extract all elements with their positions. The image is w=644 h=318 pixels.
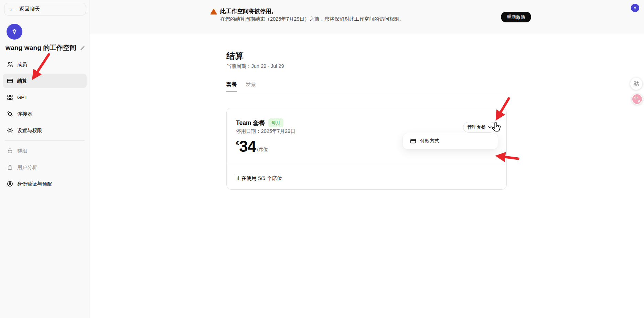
menu-item-payment-method[interactable]: 付款方式 — [403, 133, 498, 149]
sidebar-item-connectors[interactable]: 连接器 — [3, 107, 87, 121]
warning-triangle-icon — [210, 9, 217, 15]
deactivation-banner: 此工作空间将被停用。 在您的结算周期结束（2025年7月29日）之前，您将保留对… — [89, 0, 644, 34]
sidebar-item-members[interactable]: 成员 — [3, 57, 87, 72]
workspace-name: wang wang 的工作空间 — [6, 43, 76, 52]
sidebar-item-label: 连接器 — [17, 111, 32, 117]
sidebar-item-identity-provisioning[interactable]: 身份验证与预配 — [3, 177, 87, 191]
sidebar-item-billing[interactable]: 结算 — [3, 74, 87, 88]
banner-subtitle: 在您的结算周期结束（2025年7月29日）之前，您将保留对此工作空间的访问权限。 — [220, 16, 404, 22]
sidebar-item-user-analytics[interactable]: 用户分析 — [3, 160, 87, 174]
plan-price: € 34 /席位 — [236, 138, 268, 154]
sidebar-item-label: 成员 — [17, 61, 27, 68]
card-divider — [227, 165, 506, 165]
grid-plus-icon — [633, 81, 639, 87]
price-amount: 34 — [239, 138, 256, 154]
page-title: 结算 — [226, 50, 244, 62]
manage-plan-button[interactable]: 管理套餐 — [463, 122, 496, 132]
sidebar-item-label: 设置与权限 — [17, 127, 42, 134]
seats-usage: 正在使用 5/5 个席位 — [236, 175, 282, 182]
sidebar-item-gpt[interactable]: GPT — [3, 90, 87, 105]
edit-pencil-icon[interactable] — [80, 45, 85, 51]
tab-plan[interactable]: 套餐 — [226, 81, 237, 92]
menu-item-label: 付款方式 — [420, 138, 439, 144]
credit-card-icon — [410, 138, 416, 144]
gear-icon — [7, 127, 13, 134]
workspace-mini-logo-icon[interactable] — [631, 4, 639, 12]
lock-icon — [7, 148, 13, 154]
plan-name: Team 套餐 — [236, 119, 265, 127]
sidebar-item-label: GPT — [17, 95, 28, 100]
reactivate-button[interactable]: 重新激活 — [501, 12, 531, 22]
sidebar-divider — [5, 140, 85, 141]
sidebar-item-settings-permissions[interactable]: 设置与权限 — [3, 123, 87, 138]
tab-invoices[interactable]: 发票 — [246, 81, 256, 92]
price-unit: /席位 — [257, 147, 268, 153]
grid-icon — [7, 94, 13, 100]
manage-plan-dropdown: 付款方式 — [402, 133, 498, 149]
back-to-chat-button[interactable]: ← 返回聊天 — [4, 3, 86, 15]
sidebar-nav: 成员 结算 GPT — [3, 57, 87, 193]
workspace-logo — [7, 24, 22, 40]
translate-icon: 中A — [632, 94, 642, 104]
manage-plan-label: 管理套餐 — [467, 124, 486, 130]
id-badge-icon — [7, 181, 13, 187]
banner-title: 此工作空间将被停用。 — [220, 8, 277, 15]
sidebar-item-label: 用户分析 — [17, 164, 37, 171]
back-to-chat-label: 返回聊天 — [19, 6, 40, 12]
billing-tabs: 套餐 发票 — [226, 81, 507, 92]
sidebar: ← 返回聊天 wang wang 的工作空间 成员 — [0, 0, 89, 318]
sidebar-item-label: 群组 — [17, 148, 27, 154]
sidebar-item-label: 身份验证与预配 — [17, 181, 52, 187]
extension-grid-plus-button[interactable] — [630, 78, 642, 90]
price-currency: € — [236, 140, 239, 147]
credit-card-icon — [7, 78, 13, 84]
connector-icon — [7, 111, 13, 117]
lock-icon — [7, 164, 13, 170]
back-arrow-icon: ← — [9, 6, 15, 12]
sidebar-item-label: 结算 — [17, 78, 27, 84]
billing-period: 当前周期：Jun 29 - Jul 29 — [226, 63, 284, 70]
chevron-down-icon — [488, 126, 492, 128]
gem-icon — [9, 26, 20, 37]
workspace-title: wang wang 的工作空间 — [6, 43, 87, 52]
plan-interval-badge: 每月 — [268, 118, 283, 127]
plan-deactivation-date: 停用日期：2025年7月29日 — [236, 128, 295, 135]
sidebar-item-groups[interactable]: 群组 — [3, 144, 87, 158]
people-icon — [7, 61, 13, 67]
extension-translate-button[interactable]: 中A — [632, 94, 643, 105]
